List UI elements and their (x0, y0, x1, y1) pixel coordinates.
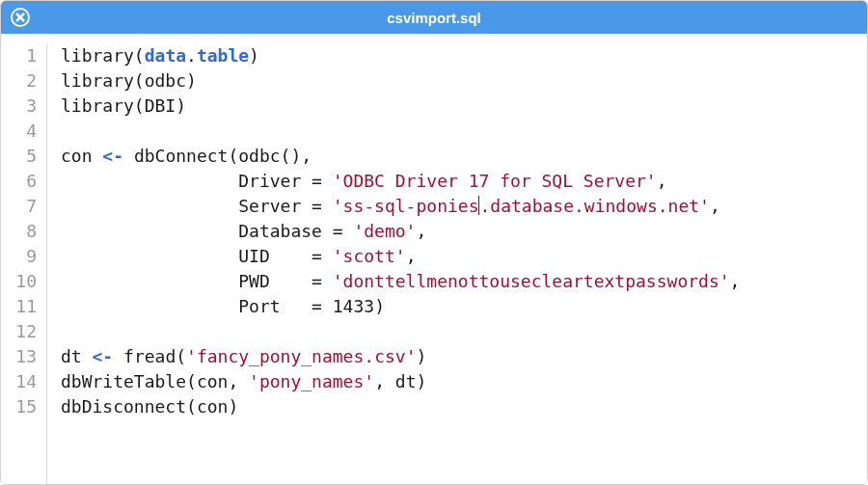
code-token: PWD = (61, 271, 333, 291)
code-line[interactable]: dbWriteTable(con, 'pony_names', dt) (61, 369, 740, 394)
line-number: 15 (1, 394, 37, 419)
code-token: UID = (61, 246, 333, 266)
code-line[interactable]: con <- dbConnect(odbc(), (61, 144, 740, 169)
code-line[interactable]: PWD = 'donttellmenottousecleartextpasswo… (61, 269, 740, 294)
code-token: , (657, 171, 667, 191)
code-line[interactable] (61, 319, 740, 344)
code-token: table (197, 45, 249, 66)
line-number: 10 (1, 269, 37, 294)
code-token: fread( (113, 346, 186, 366)
code-token: <- (93, 346, 114, 366)
code-token: 'pony_names' (249, 371, 374, 391)
code-token: dt (61, 346, 93, 366)
code-line[interactable]: Port = 1433) (61, 294, 740, 319)
code-line[interactable]: library(DBI) (61, 94, 740, 119)
code-line[interactable]: UID = 'scott', (61, 244, 740, 269)
code-token: data (145, 45, 186, 66)
editor-window: csvimport.sql 123456789101112131415 libr… (0, 0, 868, 485)
line-number: 3 (1, 94, 37, 119)
code-token: library( (61, 45, 145, 66)
code-token: 'ODBC Driver 17 for SQL Server' (333, 171, 657, 191)
code-token: ) (416, 346, 426, 366)
code-line[interactable]: Server = 'ss-sql-ponies.database.windows… (61, 194, 740, 219)
line-number: 12 (1, 319, 37, 344)
code-token: <- (102, 146, 123, 166)
code-token: Port = (61, 296, 333, 316)
titlebar: csvimport.sql (1, 1, 867, 34)
code-token: , (710, 196, 720, 216)
line-number: 6 (1, 169, 37, 194)
code-token: con (61, 146, 102, 166)
editor-area[interactable]: 123456789101112131415 library(data.table… (1, 34, 867, 484)
code-content[interactable]: library(data.table)library(odbc)library(… (47, 43, 740, 484)
window-title: csvimport.sql (1, 10, 867, 26)
line-number: 4 (1, 119, 37, 144)
line-number: 5 (1, 144, 37, 169)
line-number: 2 (1, 68, 37, 94)
line-number: 9 (1, 244, 37, 269)
code-token: 'demo' (353, 221, 416, 241)
code-token: 'donttellmenottousecleartextpasswords' (333, 271, 730, 291)
line-number: 8 (1, 219, 37, 244)
close-icon (15, 13, 25, 22)
line-number: 13 (1, 344, 37, 369)
line-number: 11 (1, 294, 37, 319)
line-number: 7 (1, 194, 37, 219)
code-line[interactable] (61, 119, 740, 144)
code-token: dbWriteTable(con, (61, 371, 249, 391)
code-token: 'fancy_pony_names.csv' (186, 346, 416, 366)
line-number: 14 (1, 369, 37, 394)
code-token: , (406, 246, 417, 266)
code-token: ) (374, 296, 385, 316)
code-token: . (186, 45, 197, 66)
code-token: Driver = (61, 171, 333, 191)
line-number-gutter: 123456789101112131415 (1, 43, 47, 484)
code-token: 'ss-sql-ponies (333, 196, 479, 216)
code-line[interactable]: library(odbc) (61, 68, 740, 94)
code-line[interactable]: Database = 'demo', (61, 219, 740, 244)
code-line[interactable]: dt <- fread('fancy_pony_names.csv') (61, 344, 740, 369)
code-token: .database.windows.net' (479, 196, 709, 216)
code-token: , dt) (374, 371, 426, 391)
code-token: Database = (61, 221, 353, 241)
code-line[interactable]: library(data.table) (61, 43, 740, 68)
code-token: , (730, 271, 741, 291)
code-token: 1433 (333, 296, 374, 316)
code-token: ) (249, 45, 259, 66)
code-token: 'scott' (333, 246, 406, 266)
code-token: library(odbc) (61, 70, 197, 91)
code-token: dbConnect(odbc(), (123, 146, 312, 166)
code-token: , (416, 221, 426, 241)
close-button[interactable] (11, 8, 30, 27)
code-token: library(DBI) (61, 95, 186, 116)
line-number: 1 (1, 43, 37, 68)
code-line[interactable]: dbDisconnect(con) (61, 394, 740, 419)
code-line[interactable]: Driver = 'ODBC Driver 17 for SQL Server'… (61, 169, 740, 194)
code-token: Server = (61, 196, 333, 216)
code-token: dbDisconnect(con) (61, 396, 238, 417)
